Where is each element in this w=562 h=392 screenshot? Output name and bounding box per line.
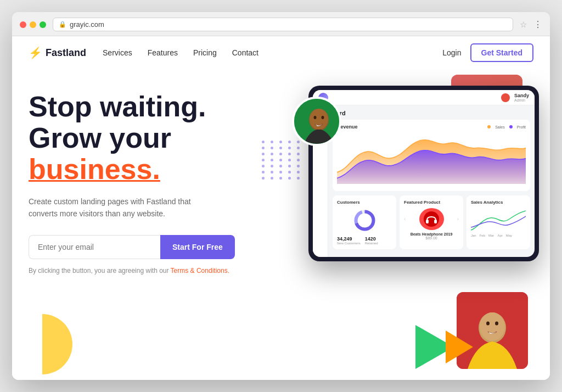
- dashboard-inner: Sandy Admin: [313, 90, 535, 257]
- svg-point-13: [424, 211, 439, 227]
- legend-profit-label: Profit: [517, 125, 526, 129]
- stat2: 1420 Retained: [365, 236, 378, 245]
- browser-chrome: 🔒 grayic.com ☆ ⋮: [12, 12, 550, 36]
- product-image: [419, 208, 444, 230]
- hero-heading: Stop waiting. Grow your business.: [29, 91, 281, 186]
- hero-subtext: Create custom landing pages with Fastlan…: [29, 195, 204, 220]
- svg-point-8: [314, 116, 317, 119]
- product-info: Beats Headphone 2019 $89.00: [404, 232, 459, 240]
- legend-sales-dot: [487, 125, 491, 128]
- hero-section: Stop waiting. Grow your business. Create…: [12, 69, 550, 380]
- dash-user-name: Sandy: [514, 93, 529, 98]
- hero-left: Stop waiting. Grow your business. Create…: [29, 80, 281, 380]
- featured-product-title: Featured Product: [404, 200, 459, 205]
- nav-actions: Login Get Started: [442, 43, 533, 62]
- address-bar[interactable]: 🔒 grayic.com: [53, 18, 513, 31]
- customers-card: Customers: [333, 195, 396, 249]
- stat1-number: 34,249: [337, 236, 361, 242]
- svg-rect-14: [426, 220, 429, 223]
- maximize-button[interactable]: [40, 21, 46, 28]
- headline-line3: business.: [29, 153, 160, 185]
- browser-window: 🔒 grayic.com ☆ ⋮ ⚡ Fastland Services Fea…: [12, 12, 550, 380]
- nav-links: Services Features Pricing Contact: [103, 48, 442, 57]
- hero-right: Sandy Admin: [281, 80, 533, 380]
- label-jan: Jan: [471, 234, 476, 237]
- label-may: May: [506, 234, 512, 237]
- product-prev[interactable]: ‹: [404, 216, 406, 222]
- nav-contact[interactable]: Contact: [232, 48, 258, 57]
- nav-features[interactable]: Features: [148, 48, 178, 57]
- login-link[interactable]: Login: [442, 48, 461, 57]
- headline-line1: Stop waiting.: [29, 91, 206, 122]
- minimize-button[interactable]: [30, 21, 36, 28]
- dash-user-info: Sandy Admin: [514, 93, 529, 102]
- dashboard-tablet: Sandy Admin: [308, 86, 539, 261]
- logo-text: Fastland: [46, 47, 86, 59]
- headline-line2: Grow your: [29, 122, 171, 154]
- logo[interactable]: ⚡ Fastland: [29, 46, 86, 59]
- browser-dots: [20, 21, 46, 28]
- nav-services[interactable]: Services: [103, 48, 132, 57]
- url-text: grayic.com: [70, 20, 104, 29]
- label-apr: Apr: [497, 234, 502, 237]
- revenue-chart: Revenue Sales Profit: [333, 120, 530, 191]
- logo-icon: ⚡: [29, 46, 42, 59]
- dashboard-body: oard Revenue Sales: [313, 105, 535, 257]
- svg-point-18: [480, 312, 505, 341]
- nav-pricing[interactable]: Pricing: [193, 48, 217, 57]
- terms-link[interactable]: Terms & Conditions.: [171, 267, 229, 275]
- featured-product-card: Featured Product ‹: [400, 195, 463, 249]
- avatar-circle: [292, 97, 341, 146]
- terms-text: By clicking the button, you are agreeing…: [29, 267, 281, 275]
- get-started-button[interactable]: Get Started: [470, 43, 533, 62]
- customers-donut: [337, 208, 392, 233]
- label-feb: Feb: [480, 234, 485, 237]
- svg-point-7: [310, 109, 328, 130]
- dash-user-avatar: [501, 93, 510, 102]
- stat1: 34,249 New Customers: [337, 236, 361, 245]
- customers-card-title: Customers: [337, 200, 392, 205]
- chart-legend: Sales Profit: [487, 124, 526, 130]
- browser-menu-icon[interactable]: ⋮: [533, 19, 542, 30]
- dashboard-topbar: Sandy Admin: [313, 90, 535, 105]
- chart-header: Revenue Sales Profit: [337, 124, 526, 130]
- product-next[interactable]: ›: [457, 216, 459, 222]
- svg-point-19: [486, 322, 490, 326]
- close-button[interactable]: [20, 21, 26, 28]
- navbar: ⚡ Fastland Services Features Pricing Con…: [12, 36, 550, 69]
- dash-user-role: Admin: [514, 98, 529, 102]
- start-button[interactable]: Start For Free: [160, 235, 235, 259]
- product-price: $89.00: [404, 236, 459, 240]
- bookmark-icon[interactable]: ☆: [520, 20, 527, 30]
- email-form: Start For Free: [29, 235, 281, 259]
- label-mar: Mar: [488, 234, 494, 237]
- cards-row: Customers: [333, 195, 530, 249]
- card-stats: 34,249 New Customers 1420 Retained: [337, 236, 392, 245]
- sales-analytics-title: Sales Analytics: [471, 200, 526, 205]
- stat2-number: 1420: [365, 236, 378, 242]
- lock-icon: 🔒: [59, 21, 66, 28]
- svg-point-20: [495, 322, 498, 326]
- svg-rect-15: [434, 220, 437, 223]
- dash-title: oard: [333, 110, 530, 116]
- stat1-label: New Customers: [337, 242, 361, 245]
- svg-point-9: [322, 116, 324, 119]
- legend-profit-dot: [509, 125, 513, 128]
- dash-main: oard Revenue Sales: [328, 105, 535, 257]
- product-name: Beats Headphone 2019: [404, 232, 459, 236]
- revenue-chart-svg: [337, 132, 526, 184]
- sales-analytics-card: Sales Analytics Jan Feb M: [467, 195, 530, 249]
- product-nav: ‹: [404, 208, 459, 230]
- email-input[interactable]: [29, 235, 160, 259]
- legend-sales-label: Sales: [495, 125, 505, 129]
- orange-play-decoration: [446, 331, 473, 363]
- stat2-label: Retained: [365, 242, 378, 245]
- sales-chart-labels: Jan Feb Mar Apr May: [471, 234, 526, 237]
- sales-mini-chart: [471, 208, 526, 233]
- page-content: ⚡ Fastland Services Features Pricing Con…: [12, 36, 550, 380]
